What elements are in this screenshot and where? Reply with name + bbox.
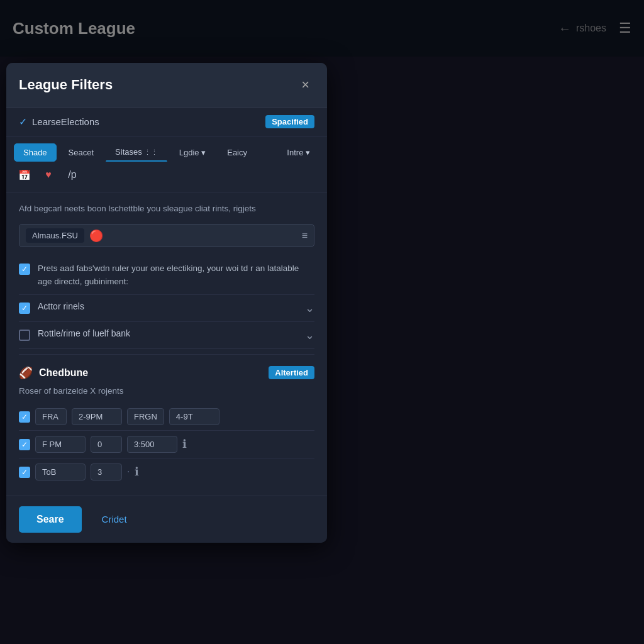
data-checkbox-2[interactable]: ✓ bbox=[19, 439, 30, 450]
data-separator: · bbox=[127, 466, 130, 477]
data-cell-zero: 0 bbox=[91, 436, 122, 453]
checkmark-icon: ✓ bbox=[19, 116, 27, 128]
description-text: Afd begcarl neets boon lschettble you sl… bbox=[19, 203, 314, 215]
chedbune-badge: Altertied bbox=[269, 366, 314, 379]
input-menu-icon[interactable]: ≡ bbox=[302, 230, 308, 242]
chedbune-header-left: 🏈 Chedbune bbox=[19, 366, 88, 380]
checkbox-item-3: Rottle/rime of luelf bank ⌄ bbox=[19, 322, 314, 349]
tab-sitases[interactable]: Sitases bbox=[106, 143, 167, 162]
modal-panel: League Filters × ✓ LearseElections Spaci… bbox=[6, 63, 327, 543]
slash-icon-btn[interactable]: /p bbox=[62, 164, 83, 186]
section-label-text: LearseElections bbox=[32, 116, 99, 127]
checkbox-1[interactable]: ✓ bbox=[19, 264, 30, 275]
data-cell-fra: FRA bbox=[35, 408, 67, 425]
data-row-3: ✓ ToB 3 · ℹ bbox=[19, 458, 314, 486]
modal-title: League Filters bbox=[19, 77, 113, 93]
data-check-3: ✓ bbox=[21, 468, 28, 477]
modal-backdrop: League Filters × ✓ LearseElections Spaci… bbox=[0, 0, 644, 644]
save-button[interactable]: Seare bbox=[19, 506, 82, 533]
section-row: ✓ LearseElections Spacified bbox=[6, 108, 327, 136]
modal-footer: Seare Cridet bbox=[6, 496, 327, 543]
data-cell-tob: ToB bbox=[35, 464, 86, 480]
roster-description: Roser of barizelde X rojents bbox=[19, 386, 314, 396]
data-cell-3500: 3:500 bbox=[127, 436, 177, 453]
data-cell-3: 3 bbox=[91, 464, 122, 480]
checkbox-3[interactable] bbox=[19, 330, 30, 341]
info-icon-2[interactable]: ℹ bbox=[182, 437, 187, 451]
data-checkbox-3[interactable]: ✓ bbox=[19, 467, 30, 478]
chevron-down-3[interactable]: ⌄ bbox=[305, 328, 314, 342]
checkbox-label-2: Acttor rinels bbox=[38, 301, 297, 311]
calendar-icon-btn[interactable]: 📅 bbox=[14, 164, 35, 186]
modal-header: League Filters × bbox=[6, 63, 327, 108]
tab-intre[interactable]: Intre bbox=[277, 143, 319, 162]
chedbune-section-header: 🏈 Chedbune Altertied bbox=[19, 360, 314, 386]
chedbune-title: Chedbune bbox=[39, 367, 88, 379]
chedbune-emoji: 🏈 bbox=[19, 366, 33, 380]
data-check-2: ✓ bbox=[21, 440, 28, 449]
tabs-row: Shade Seacet Sitases Lgdie Eaicy Intre 📅… bbox=[6, 136, 327, 192]
modal-body: Afd begcarl neets boon lschettble you sl… bbox=[6, 192, 327, 496]
check-icon-2: ✓ bbox=[21, 304, 28, 313]
section-badge: Spacified bbox=[265, 115, 314, 128]
checkbox-label-3: Rottle/rime of luelf bank bbox=[38, 328, 297, 338]
checkbox-item-2: ✓ Acttor rinels ⌄ bbox=[19, 295, 314, 322]
tab-shade[interactable]: Shade bbox=[14, 143, 57, 162]
input-tag-icon[interactable]: 🔴 bbox=[89, 229, 103, 243]
heart-icon-btn[interactable]: ♥ bbox=[38, 164, 59, 186]
info-icon-3[interactable]: ℹ bbox=[135, 465, 139, 479]
checkbox-text-1: Prets aad fabs'wdn ruler your one electi… bbox=[38, 262, 314, 288]
input-row: Almaus.FSU 🔴 ≡ bbox=[19, 224, 314, 247]
chevron-down-2[interactable]: ⌄ bbox=[305, 301, 314, 315]
tab-eaicy[interactable]: Eaicy bbox=[218, 143, 257, 162]
close-button[interactable]: × bbox=[296, 74, 314, 96]
check-icon-1: ✓ bbox=[21, 265, 28, 274]
data-checkbox-1[interactable]: ✓ bbox=[19, 411, 30, 423]
divider bbox=[19, 354, 314, 355]
data-row-1: ✓ FRA 2-9PM FRGN 4-9T bbox=[19, 403, 314, 431]
section-label: ✓ LearseElections bbox=[19, 116, 99, 128]
checkbox-2[interactable]: ✓ bbox=[19, 303, 30, 314]
data-check-1: ✓ bbox=[21, 413, 28, 421]
input-tag: Almaus.FSU bbox=[26, 228, 84, 243]
data-cell-fpm: F PM bbox=[35, 436, 86, 453]
data-cell-time2: 4-9T bbox=[169, 408, 219, 425]
tab-lgdie[interactable]: Lgdie bbox=[170, 143, 215, 162]
checkbox-item-1: ✓ Prets aad fabs'wdn ruler your one elec… bbox=[19, 256, 314, 295]
cancel-button[interactable]: Cridet bbox=[89, 506, 140, 533]
data-cell-frgn: FRGN bbox=[127, 408, 164, 425]
data-cell-time1: 2-9PM bbox=[72, 408, 122, 425]
data-row-2: ✓ F PM 0 3:500 ℹ bbox=[19, 431, 314, 458]
tab-seacet[interactable]: Seacet bbox=[59, 143, 103, 162]
